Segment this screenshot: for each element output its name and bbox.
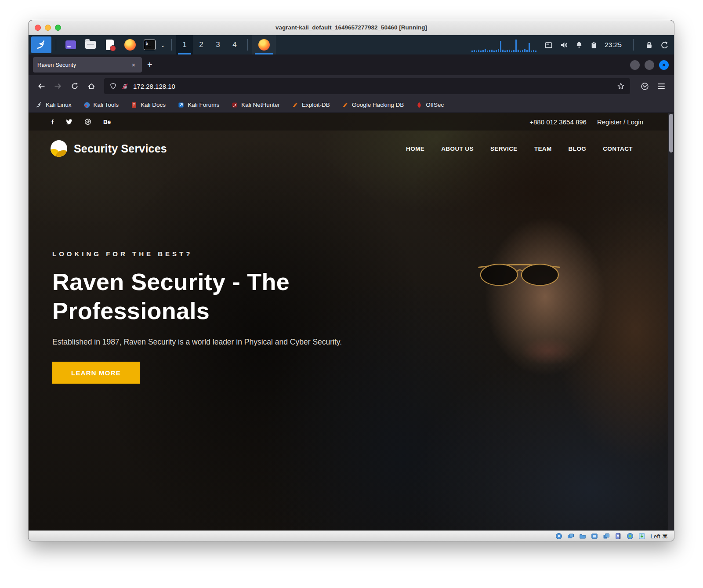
nav-home[interactable]: HOME: [406, 145, 424, 152]
bookmark-kali-nethunter[interactable]: Kali NetHunter: [231, 102, 280, 109]
nav-about-us[interactable]: ABOUT US: [441, 145, 474, 152]
sunglasses-graphic: [476, 261, 562, 289]
speaker-icon: [560, 41, 568, 49]
launcher-terminal[interactable]: $_: [144, 39, 156, 51]
mouse-integration-indicator-icon: [627, 533, 634, 540]
facebook-icon[interactable]: f: [51, 118, 54, 126]
back-button[interactable]: [34, 79, 49, 94]
dribbble-icon[interactable]: [84, 118, 91, 125]
register-login-link[interactable]: Register / Login: [597, 118, 643, 126]
kali-menu-button[interactable]: [31, 36, 51, 53]
tab-title: Raven Security: [37, 62, 130, 68]
site-logo[interactable]: Security Services: [51, 140, 167, 157]
url-bar[interactable]: 172.28.128.10: [104, 78, 630, 94]
panel-separator: [56, 39, 56, 51]
launcher-appearance[interactable]: [65, 39, 76, 51]
nav-team[interactable]: TEAM: [534, 145, 552, 152]
launcher-firefox[interactable]: [124, 39, 136, 51]
learn-more-button[interactable]: LEARN MORE: [52, 362, 140, 384]
bookmark-star-icon[interactable]: [617, 82, 625, 90]
bookmark-kali-forums[interactable]: Kali Forums: [178, 102, 219, 109]
kali-docs-icon: [130, 102, 138, 109]
forward-button[interactable]: [51, 79, 65, 94]
optical-drive-indicator-icon: [567, 533, 574, 540]
firefox-tab-bar: Raven Security × + ×: [29, 54, 674, 75]
launcher-text-editor[interactable]: [104, 39, 116, 51]
firefox-icon: [124, 39, 136, 51]
features-indicator-icon: [615, 533, 622, 540]
bookmark-offsec[interactable]: OffSec: [416, 102, 444, 109]
hero-section: LOOKING FOR THE BEST? Raven Security - T…: [52, 250, 369, 384]
bookmark-kali-linux[interactable]: Kali Linux: [36, 102, 72, 109]
lock-icon: [645, 41, 653, 49]
terminal-icon: $_: [144, 40, 156, 50]
taskbar-firefox-window[interactable]: [252, 35, 276, 54]
tab-close-button[interactable]: ×: [130, 61, 138, 69]
folder-icon: [85, 41, 96, 49]
window-app-icon: [65, 40, 76, 49]
scrollbar-thumb[interactable]: [669, 114, 673, 152]
bookmark-kali-tools[interactable]: Kali Tools: [83, 102, 119, 109]
panel-separator: [247, 39, 248, 51]
display-indicator-icon: [591, 533, 598, 540]
bookmark-exploit-db[interactable]: Exploit-DB: [292, 102, 330, 109]
nav-contact[interactable]: CONTACT: [603, 145, 633, 152]
logout-button[interactable]: [660, 41, 669, 49]
recording-indicator-icon: [603, 533, 610, 540]
pocket-button[interactable]: [637, 79, 652, 94]
virtualbox-vm-window: vagrant-kali_default_1649657277982_50460…: [28, 20, 674, 541]
panel-clock[interactable]: 23:25: [605, 41, 622, 49]
tracking-shield-icon[interactable]: [109, 83, 117, 90]
workspace-4[interactable]: 4: [226, 35, 243, 54]
power-icon: [660, 41, 669, 49]
virtualbox-statusbar: Left ⌘: [29, 530, 674, 541]
twitter-icon[interactable]: [65, 118, 72, 125]
clipboard-indicator[interactable]: [590, 41, 598, 49]
kali-dragon-icon: [36, 39, 47, 51]
volume-indicator[interactable]: [560, 41, 568, 49]
kali-taskbar: $_ ⌄ 1 2 3 4: [29, 35, 674, 54]
notifications-indicator[interactable]: [575, 41, 583, 49]
launcher-file-manager[interactable]: [84, 39, 96, 51]
home-button[interactable]: [84, 79, 99, 94]
firefox-toolbar: 172.28.128.10: [29, 75, 674, 97]
bookmark-kali-docs[interactable]: Kali Docs: [130, 102, 166, 109]
reload-icon: [71, 82, 79, 90]
insecure-lock-icon[interactable]: [121, 83, 129, 90]
menu-button[interactable]: [654, 79, 669, 94]
workspace-2[interactable]: 2: [193, 35, 210, 54]
workspace-1[interactable]: 1: [176, 35, 193, 54]
document-icon: [106, 40, 114, 50]
chevron-down-icon[interactable]: ⌄: [160, 42, 165, 48]
new-tab-button[interactable]: +: [142, 60, 158, 70]
browser-minimize-button[interactable]: [630, 60, 640, 70]
back-arrow-icon: [37, 82, 45, 90]
nav-service[interactable]: SERVICE: [490, 145, 518, 152]
lock-screen-button[interactable]: [645, 41, 653, 49]
screen-indicator[interactable]: [544, 41, 553, 49]
google-hacking-db-icon: [342, 102, 349, 109]
tab-raven-security[interactable]: Raven Security ×: [33, 57, 142, 73]
url-text[interactable]: 172.28.128.10: [133, 83, 612, 90]
host-key-label: Left ⌘: [650, 533, 668, 540]
pocket-icon: [641, 82, 649, 91]
window-titlebar[interactable]: vagrant-kali_default_1649657277982_50460…: [29, 20, 674, 35]
bookmarks-toolbar: Kali Linux Kali Tools Kali Docs Kali For…: [29, 97, 674, 113]
browser-close-button[interactable]: ×: [659, 60, 669, 70]
window-title: vagrant-kali_default_1649657277982_50460…: [29, 24, 674, 31]
reload-button[interactable]: [67, 79, 82, 94]
page-scrollbar[interactable]: [668, 113, 674, 530]
bookmark-google-hacking-db[interactable]: Google Hacking DB: [342, 102, 404, 109]
monitor-icon: [544, 41, 553, 49]
hero-title: Raven Security - The Professionals: [52, 267, 369, 325]
bell-icon: [575, 41, 583, 49]
workspace-3[interactable]: 3: [210, 35, 226, 54]
site-header: Security Services HOME ABOUT US SERVICE …: [29, 131, 674, 167]
cpu-graph[interactable]: [471, 38, 537, 52]
nav-blog[interactable]: BLOG: [569, 145, 587, 152]
brand-name: Security Services: [74, 142, 167, 155]
logo-icon: [51, 140, 67, 157]
behance-icon[interactable]: Bē: [103, 119, 111, 125]
panel-separator: [171, 39, 172, 51]
browser-maximize-button[interactable]: [645, 60, 654, 70]
